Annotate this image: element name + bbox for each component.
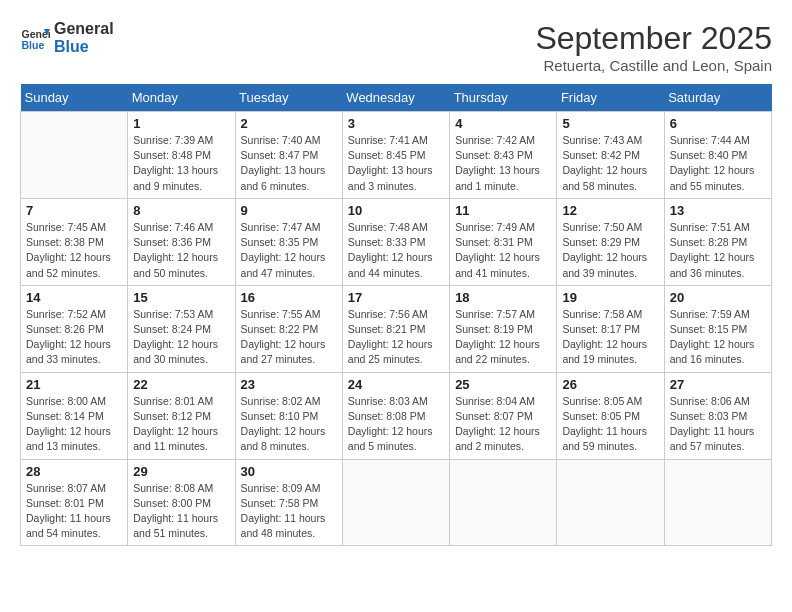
weekday-header-wednesday: Wednesday: [342, 84, 449, 112]
day-number: 21: [26, 377, 122, 392]
day-cell: 11Sunrise: 7:49 AM Sunset: 8:31 PM Dayli…: [450, 198, 557, 285]
day-info: Sunrise: 8:09 AM Sunset: 7:58 PM Dayligh…: [241, 481, 337, 542]
day-info: Sunrise: 7:40 AM Sunset: 8:47 PM Dayligh…: [241, 133, 337, 194]
logo: General Blue General Blue: [20, 20, 114, 56]
day-cell: 2Sunrise: 7:40 AM Sunset: 8:47 PM Daylig…: [235, 112, 342, 199]
month-title: September 2025: [535, 20, 772, 57]
day-info: Sunrise: 8:01 AM Sunset: 8:12 PM Dayligh…: [133, 394, 229, 455]
day-number: 20: [670, 290, 766, 305]
day-info: Sunrise: 8:05 AM Sunset: 8:05 PM Dayligh…: [562, 394, 658, 455]
day-info: Sunrise: 7:42 AM Sunset: 8:43 PM Dayligh…: [455, 133, 551, 194]
day-number: 7: [26, 203, 122, 218]
day-number: 9: [241, 203, 337, 218]
day-number: 17: [348, 290, 444, 305]
day-cell: 20Sunrise: 7:59 AM Sunset: 8:15 PM Dayli…: [664, 285, 771, 372]
day-cell: 7Sunrise: 7:45 AM Sunset: 8:38 PM Daylig…: [21, 198, 128, 285]
day-cell: 24Sunrise: 8:03 AM Sunset: 8:08 PM Dayli…: [342, 372, 449, 459]
logo-line1: General: [54, 20, 114, 38]
day-cell: 22Sunrise: 8:01 AM Sunset: 8:12 PM Dayli…: [128, 372, 235, 459]
day-info: Sunrise: 7:46 AM Sunset: 8:36 PM Dayligh…: [133, 220, 229, 281]
day-info: Sunrise: 7:56 AM Sunset: 8:21 PM Dayligh…: [348, 307, 444, 368]
weekday-header-friday: Friday: [557, 84, 664, 112]
day-number: 11: [455, 203, 551, 218]
day-info: Sunrise: 7:59 AM Sunset: 8:15 PM Dayligh…: [670, 307, 766, 368]
day-info: Sunrise: 7:50 AM Sunset: 8:29 PM Dayligh…: [562, 220, 658, 281]
day-cell: 1Sunrise: 7:39 AM Sunset: 8:48 PM Daylig…: [128, 112, 235, 199]
day-number: 27: [670, 377, 766, 392]
week-row-4: 21Sunrise: 8:00 AM Sunset: 8:14 PM Dayli…: [21, 372, 772, 459]
day-info: Sunrise: 7:44 AM Sunset: 8:40 PM Dayligh…: [670, 133, 766, 194]
day-number: 14: [26, 290, 122, 305]
day-info: Sunrise: 7:43 AM Sunset: 8:42 PM Dayligh…: [562, 133, 658, 194]
weekday-header-row: SundayMondayTuesdayWednesdayThursdayFrid…: [21, 84, 772, 112]
day-number: 4: [455, 116, 551, 131]
day-info: Sunrise: 7:51 AM Sunset: 8:28 PM Dayligh…: [670, 220, 766, 281]
week-row-2: 7Sunrise: 7:45 AM Sunset: 8:38 PM Daylig…: [21, 198, 772, 285]
day-number: 15: [133, 290, 229, 305]
week-row-1: 1Sunrise: 7:39 AM Sunset: 8:48 PM Daylig…: [21, 112, 772, 199]
day-cell: 26Sunrise: 8:05 AM Sunset: 8:05 PM Dayli…: [557, 372, 664, 459]
day-info: Sunrise: 7:48 AM Sunset: 8:33 PM Dayligh…: [348, 220, 444, 281]
weekday-header-monday: Monday: [128, 84, 235, 112]
day-number: 28: [26, 464, 122, 479]
day-info: Sunrise: 7:57 AM Sunset: 8:19 PM Dayligh…: [455, 307, 551, 368]
day-number: 19: [562, 290, 658, 305]
day-number: 1: [133, 116, 229, 131]
day-cell: 13Sunrise: 7:51 AM Sunset: 8:28 PM Dayli…: [664, 198, 771, 285]
day-number: 29: [133, 464, 229, 479]
day-cell: 9Sunrise: 7:47 AM Sunset: 8:35 PM Daylig…: [235, 198, 342, 285]
day-cell: 14Sunrise: 7:52 AM Sunset: 8:26 PM Dayli…: [21, 285, 128, 372]
day-info: Sunrise: 7:39 AM Sunset: 8:48 PM Dayligh…: [133, 133, 229, 194]
day-cell: 16Sunrise: 7:55 AM Sunset: 8:22 PM Dayli…: [235, 285, 342, 372]
day-number: 26: [562, 377, 658, 392]
day-cell: 15Sunrise: 7:53 AM Sunset: 8:24 PM Dayli…: [128, 285, 235, 372]
weekday-header-tuesday: Tuesday: [235, 84, 342, 112]
day-cell: 23Sunrise: 8:02 AM Sunset: 8:10 PM Dayli…: [235, 372, 342, 459]
day-cell: [557, 459, 664, 546]
day-cell: 5Sunrise: 7:43 AM Sunset: 8:42 PM Daylig…: [557, 112, 664, 199]
day-cell: 28Sunrise: 8:07 AM Sunset: 8:01 PM Dayli…: [21, 459, 128, 546]
day-info: Sunrise: 8:03 AM Sunset: 8:08 PM Dayligh…: [348, 394, 444, 455]
day-info: Sunrise: 7:52 AM Sunset: 8:26 PM Dayligh…: [26, 307, 122, 368]
day-cell: 18Sunrise: 7:57 AM Sunset: 8:19 PM Dayli…: [450, 285, 557, 372]
day-number: 24: [348, 377, 444, 392]
day-cell: [450, 459, 557, 546]
day-number: 3: [348, 116, 444, 131]
day-info: Sunrise: 8:08 AM Sunset: 8:00 PM Dayligh…: [133, 481, 229, 542]
day-number: 22: [133, 377, 229, 392]
day-cell: 27Sunrise: 8:06 AM Sunset: 8:03 PM Dayli…: [664, 372, 771, 459]
day-cell: 8Sunrise: 7:46 AM Sunset: 8:36 PM Daylig…: [128, 198, 235, 285]
day-cell: 30Sunrise: 8:09 AM Sunset: 7:58 PM Dayli…: [235, 459, 342, 546]
day-info: Sunrise: 8:04 AM Sunset: 8:07 PM Dayligh…: [455, 394, 551, 455]
day-number: 12: [562, 203, 658, 218]
svg-text:Blue: Blue: [22, 39, 45, 51]
day-cell: 17Sunrise: 7:56 AM Sunset: 8:21 PM Dayli…: [342, 285, 449, 372]
logo-line2: Blue: [54, 38, 114, 56]
day-number: 30: [241, 464, 337, 479]
day-cell: [664, 459, 771, 546]
day-number: 5: [562, 116, 658, 131]
day-number: 8: [133, 203, 229, 218]
week-row-5: 28Sunrise: 8:07 AM Sunset: 8:01 PM Dayli…: [21, 459, 772, 546]
day-cell: 25Sunrise: 8:04 AM Sunset: 8:07 PM Dayli…: [450, 372, 557, 459]
day-info: Sunrise: 8:00 AM Sunset: 8:14 PM Dayligh…: [26, 394, 122, 455]
day-info: Sunrise: 7:55 AM Sunset: 8:22 PM Dayligh…: [241, 307, 337, 368]
day-cell: [342, 459, 449, 546]
day-info: Sunrise: 8:06 AM Sunset: 8:03 PM Dayligh…: [670, 394, 766, 455]
day-number: 25: [455, 377, 551, 392]
day-cell: 12Sunrise: 7:50 AM Sunset: 8:29 PM Dayli…: [557, 198, 664, 285]
header: General Blue General Blue September 2025…: [20, 20, 772, 74]
day-cell: 10Sunrise: 7:48 AM Sunset: 8:33 PM Dayli…: [342, 198, 449, 285]
day-cell: 19Sunrise: 7:58 AM Sunset: 8:17 PM Dayli…: [557, 285, 664, 372]
logo-icon: General Blue: [20, 23, 50, 53]
day-info: Sunrise: 7:41 AM Sunset: 8:45 PM Dayligh…: [348, 133, 444, 194]
calendar-table: SundayMondayTuesdayWednesdayThursdayFrid…: [20, 84, 772, 546]
location-subtitle: Retuerta, Castille and Leon, Spain: [535, 57, 772, 74]
day-info: Sunrise: 8:07 AM Sunset: 8:01 PM Dayligh…: [26, 481, 122, 542]
day-number: 10: [348, 203, 444, 218]
day-cell: 3Sunrise: 7:41 AM Sunset: 8:45 PM Daylig…: [342, 112, 449, 199]
day-number: 16: [241, 290, 337, 305]
day-cell: 21Sunrise: 8:00 AM Sunset: 8:14 PM Dayli…: [21, 372, 128, 459]
day-number: 2: [241, 116, 337, 131]
weekday-header-saturday: Saturday: [664, 84, 771, 112]
